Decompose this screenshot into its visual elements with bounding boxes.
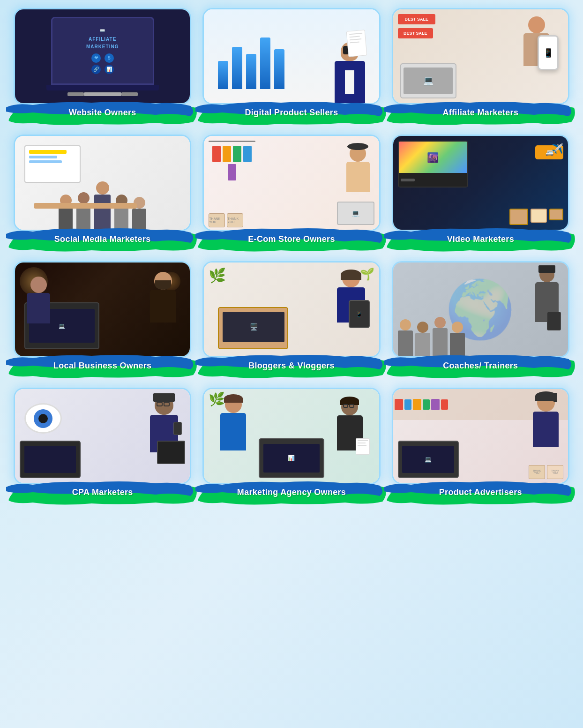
card-image-bloggers: 🌿 🌱 🖥️ 📱 xyxy=(204,263,379,356)
label-container-ecom: E-Com Store Owners xyxy=(195,225,388,253)
label-container-product-advertisers: Product Advertisers xyxy=(384,478,577,506)
label-text-affiliate: Affiliate Marketers xyxy=(442,108,518,118)
card-image-affiliate: 📱 BEST SALE BEST SALE 💻 xyxy=(393,9,568,103)
card-website-owners: ⌨️ AFFILIATE MARKETING ❤ $ 🔗 📊 xyxy=(15,9,190,127)
label-container-social-media: Social Media Marketers xyxy=(6,225,199,253)
card-image-website-owners: ⌨️ AFFILIATE MARKETING ❤ $ 🔗 📊 xyxy=(15,9,190,103)
label-text-local-business: Local Business Owners xyxy=(53,361,151,371)
label-text-product-advertisers: Product Advertisers xyxy=(439,488,522,497)
label-text-ecom: E-Com Store Owners xyxy=(248,234,335,244)
label-container-affiliate: Affiliate Marketers xyxy=(384,98,577,127)
card-image-video: 🌆 🚐 ✈ xyxy=(393,136,568,230)
card-image-ecom: 💻 THANK YOU THANK YOU xyxy=(204,136,379,230)
card-image-agency: 🌿 xyxy=(204,389,379,483)
label-container-digital-product: Digital Product Sellers xyxy=(195,98,388,127)
card-video-marketers: 🌆 🚐 ✈ xyxy=(393,136,568,253)
card-cpa: CPA Marketers xyxy=(15,389,190,506)
card-marketing-agency: 🌿 xyxy=(204,389,379,506)
card-coaches: 🌍 xyxy=(393,263,568,380)
card-image-coaches: 🌍 xyxy=(393,263,568,356)
label-text-bloggers: Bloggers & Vloggers xyxy=(248,361,335,371)
label-container-coaches: Coaches/ Trainers xyxy=(384,352,577,380)
card-social-media: Social Media Marketers xyxy=(15,136,190,253)
card-image-cpa xyxy=(15,389,190,483)
label-container-agency: Marketing Agency Owners xyxy=(195,478,388,506)
label-text-agency: Marketing Agency Owners xyxy=(237,488,346,497)
label-container-local-business: Local Business Owners xyxy=(6,352,199,380)
card-local-business: 💻 Local Business Owners xyxy=(15,263,190,380)
card-digital-product-sellers: Digital Product Sellers xyxy=(204,9,379,127)
card-product-advertisers: 💻 THANKYOU THANKYOU Product Advertisers xyxy=(393,389,568,506)
label-text-digital-product: Digital Product Sellers xyxy=(245,108,338,118)
card-bloggers: 🌿 🌱 🖥️ 📱 xyxy=(204,263,379,380)
card-affiliate-marketers: 📱 BEST SALE BEST SALE 💻 xyxy=(393,9,568,127)
cards-grid: ⌨️ AFFILIATE MARKETING ❤ $ 🔗 📊 xyxy=(15,9,568,506)
card-image-social-media xyxy=(15,136,190,230)
card-image-local-business: 💻 xyxy=(15,263,190,356)
label-text-website-owners: Website Owners xyxy=(69,108,136,118)
label-container-video: Video Marketers xyxy=(384,225,577,253)
label-container-website-owners: Website Owners xyxy=(6,98,199,127)
label-text-cpa: CPA Marketers xyxy=(72,488,133,497)
card-image-product-advertisers: 💻 THANKYOU THANKYOU xyxy=(393,389,568,483)
label-text-video: Video Marketers xyxy=(447,234,514,244)
card-image-digital-product xyxy=(204,9,379,103)
card-ecom-store: 💻 THANK YOU THANK YOU E-Com Store Owners xyxy=(204,136,379,253)
label-text-coaches: Coaches/ Trainers xyxy=(443,361,518,371)
label-container-bloggers: Bloggers & Vloggers xyxy=(195,352,388,380)
label-text-social-media: Social Media Marketers xyxy=(54,234,151,244)
label-container-cpa: CPA Marketers xyxy=(6,478,199,506)
